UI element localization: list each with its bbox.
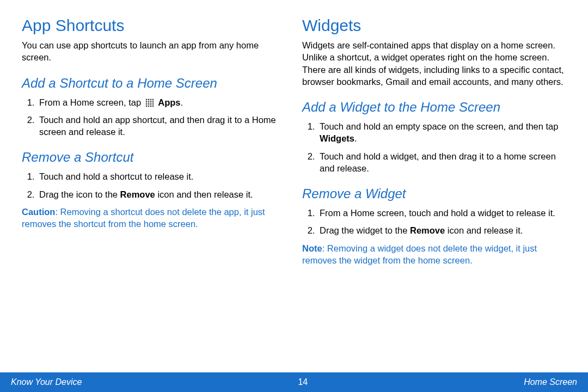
- svg-point-6: [150, 101, 151, 103]
- remove-widget-step-2: Drag the widget to the Remove icon and r…: [317, 224, 566, 236]
- note-text: Note: Removing a widget does not delete …: [302, 242, 566, 267]
- note-body: : Removing a widget does not delete the …: [302, 243, 537, 265]
- svg-point-0: [145, 99, 147, 101]
- add-shortcut-step-2: Touch and hold an app shortcut, and then…: [37, 114, 286, 138]
- subheading-add-shortcut: Add a Shortcut to a Home Screen: [22, 76, 286, 91]
- widgets-intro: Widgets are self-contained apps that dis…: [302, 39, 566, 88]
- svg-point-11: [152, 103, 154, 105]
- add-widget-step-1: Touch and hold an empty space on the scr…: [317, 120, 566, 145]
- svg-point-13: [148, 106, 149, 107]
- subheading-remove-widget: Remove a Widget: [302, 186, 566, 201]
- caution-text: Caution: Removing a shortcut does not de…: [22, 206, 286, 230]
- step-text: Touch and hold an empty space on the scr…: [320, 121, 558, 131]
- caution-body: : Removing a shortcut does not delete th…: [22, 207, 265, 229]
- app-shortcuts-intro: You can use app shortcuts to launch an a…: [22, 39, 286, 64]
- note-label: Note: [302, 243, 322, 253]
- step-text: .: [181, 97, 183, 107]
- apps-grid-icon: [145, 99, 154, 107]
- step-text: .: [354, 133, 357, 143]
- page-content: App Shortcuts You can use app shortcuts …: [0, 0, 588, 370]
- remove-widget-steps: From a Home screen, touch and hold a wid…: [302, 207, 566, 237]
- add-widget-steps: Touch and hold an empty space on the scr…: [302, 120, 566, 174]
- remove-shortcut-step-2: Drag the icon to the Remove icon and the…: [37, 188, 286, 200]
- right-column: Widgets Widgets are self-contained apps …: [302, 16, 566, 370]
- remove-shortcut-step-1: Touch and hold a shortcut to release it.: [37, 170, 286, 182]
- remove-widget-step-1: From a Home screen, touch and hold a wid…: [317, 207, 566, 219]
- svg-point-9: [148, 103, 149, 105]
- svg-point-10: [150, 103, 151, 105]
- svg-point-14: [150, 106, 151, 107]
- step-bold: Remove: [120, 189, 155, 199]
- step-bold: Widgets: [320, 133, 354, 143]
- page-footer: Know Your Device 14 Home Screen: [0, 372, 588, 392]
- step-bold: Apps: [158, 97, 180, 107]
- svg-point-12: [145, 106, 147, 107]
- remove-shortcut-steps: Touch and hold a shortcut to release it.…: [22, 170, 286, 200]
- svg-point-8: [145, 103, 147, 105]
- subheading-add-widget: Add a Widget to the Home Screen: [302, 100, 566, 115]
- svg-point-7: [152, 101, 154, 103]
- left-column: App Shortcuts You can use app shortcuts …: [22, 16, 286, 370]
- step-bold: Remove: [410, 225, 445, 235]
- step-text: From a Home screen, tap: [39, 97, 144, 107]
- svg-point-5: [148, 101, 149, 103]
- caution-label: Caution: [22, 207, 55, 217]
- add-shortcut-step-1: From a Home screen, tap Apps.: [37, 96, 286, 108]
- step-text: Drag the icon to the: [39, 189, 120, 199]
- add-widget-step-2: Touch and hold a widget, and then drag i…: [317, 150, 566, 175]
- step-text: icon and release it.: [445, 225, 523, 235]
- svg-point-1: [148, 99, 149, 101]
- svg-point-3: [152, 99, 154, 101]
- svg-point-2: [150, 99, 151, 101]
- heading-widgets: Widgets: [302, 16, 566, 35]
- svg-point-15: [152, 106, 154, 107]
- step-text: Drag the widget to the: [320, 225, 410, 235]
- heading-app-shortcuts: App Shortcuts: [22, 16, 286, 35]
- footer-page-number: 14: [298, 377, 308, 387]
- add-shortcut-steps: From a Home screen, tap Apps. Touch and …: [22, 96, 286, 138]
- subheading-remove-shortcut: Remove a Shortcut: [22, 150, 286, 165]
- svg-point-4: [145, 101, 147, 103]
- footer-left: Know Your Device: [11, 377, 82, 387]
- footer-right: Home Screen: [524, 377, 577, 387]
- step-text: icon and then release it.: [155, 189, 253, 199]
